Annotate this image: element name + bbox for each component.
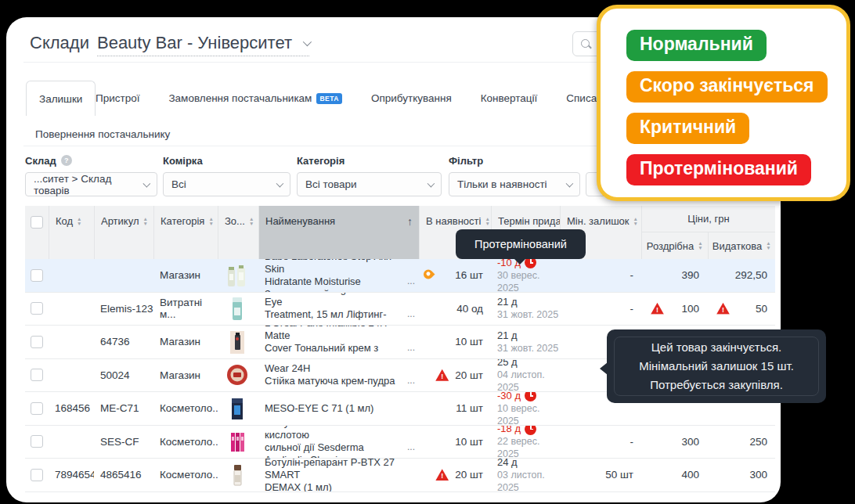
- product-name-line: Babe Laboratorios Stop Akn Skin: [265, 259, 408, 275]
- cell-sku: 4865416: [94, 459, 153, 491]
- retail-value: 400: [681, 469, 699, 481]
- product-name: Elemis Pro-Collagen Advanced EyeTreatmen…: [265, 293, 419, 326]
- row-checkbox[interactable]: [31, 336, 43, 348]
- cell-min: -: [560, 293, 641, 326]
- column-header-code[interactable]: Код▲▼: [49, 206, 94, 259]
- row-select-cell: [25, 259, 49, 292]
- table-row[interactable]: Elemis-123Витратні м...Elemis Pro-Collag…: [25, 293, 775, 326]
- column-label: Найменування: [265, 215, 335, 227]
- row-select-cell: [25, 326, 49, 358]
- filter-label: Фільтр: [449, 153, 580, 167]
- chevron-down-icon: [566, 179, 574, 187]
- product-name-line: MESO-EYE C 71 (1 мл): [265, 402, 373, 415]
- cell-code: 7894654: [49, 459, 94, 491]
- cell-code: [49, 259, 94, 292]
- cell-sku: Elemis-123: [94, 293, 153, 326]
- cell-category: Косметоло...: [153, 426, 218, 459]
- column-label: Код: [56, 215, 73, 227]
- row-checkbox[interactable]: [31, 435, 43, 448]
- column-header-expense[interactable]: Видаткова▲▼: [708, 232, 776, 259]
- retail-value: 100: [681, 303, 699, 315]
- row-checkbox[interactable]: [31, 402, 43, 415]
- filter-label-text: Фільтр: [449, 155, 483, 167]
- warehouse-selector[interactable]: Beauty Bar - Університет: [97, 33, 309, 56]
- tab-label: Залишки: [39, 93, 82, 105]
- term-value-row: -18 д: [497, 426, 560, 436]
- low-stock-warning-icon: !: [435, 469, 449, 481]
- row-checkbox[interactable]: [31, 269, 43, 282]
- product-name-line: Cover Тональний крем з матовим: [265, 342, 408, 358]
- product-name-line: Hidratante Moisturise Зволожуючий: [265, 275, 408, 292]
- product-name: L'Oreal Paris Infaillible 24H MatteCover…: [265, 326, 419, 358]
- term-date: 22 верес. 2025: [497, 435, 560, 458]
- term-value-row: -10 д: [497, 259, 560, 269]
- table-row[interactable]: 78946544865416Косметоло...Ботулін-репара…: [25, 459, 775, 492]
- row-checkbox[interactable]: [31, 302, 43, 315]
- product-name-line: L'Oreal Paris Infaillible 24H Matte: [265, 326, 408, 342]
- warehouse-selector-label: Beauty Bar - Університет: [97, 33, 292, 53]
- expired-clock-icon: [525, 259, 536, 268]
- cell-category: Косметоло...: [153, 459, 218, 491]
- term-date: 31 жовт. 2025: [497, 308, 558, 321]
- cell-image: [218, 326, 258, 358]
- cell-expense: 250: [707, 426, 775, 459]
- filter-label: Склад?: [25, 153, 157, 167]
- filter-фільтр: ФільтрТільки в наявності: [449, 153, 580, 196]
- term-date: 04 листоп. 2025: [497, 369, 560, 391]
- filter-select[interactable]: Всі товари: [297, 172, 442, 196]
- filter-select[interactable]: Тільки в наявності: [449, 172, 580, 196]
- tab-3[interactable]: Замовлення постачальникамBETA: [168, 92, 341, 104]
- term-value-row: 24 д: [497, 459, 560, 469]
- tab-row2-1[interactable]: Повернення постачальнику: [35, 128, 170, 140]
- filter-label-text: Комірка: [163, 155, 203, 167]
- restock-tooltip-line: Потребується закупівля.: [650, 376, 783, 394]
- product-name-line: Ампула з гліколевою кислотою: [265, 426, 408, 442]
- column-label: Ціни, грн: [687, 213, 729, 225]
- filter-select[interactable]: ...ситет > Склад товарів: [25, 172, 157, 196]
- product-name: Ампула з гліколевою кислотоюсильної дії …: [265, 426, 419, 459]
- status-legend-overlay: НормальнийСкоро закінчуєтьсяКритичнийПро…: [597, 5, 850, 201]
- tab-zalyshky[interactable]: Залишки: [26, 81, 96, 116]
- expired-tooltip-text: Протермінований: [474, 238, 567, 250]
- help-icon[interactable]: ?: [61, 155, 72, 166]
- cell-term: -18 д22 верес. 2025: [491, 426, 560, 459]
- filter-select[interactable]: Всі: [163, 172, 290, 196]
- sort-icon: ▲▼: [249, 217, 254, 226]
- cell-image: [218, 259, 258, 292]
- sort-asc-icon: ↑: [407, 215, 413, 228]
- tab-label: Пристрої: [96, 92, 139, 104]
- product-name-line: сильної дії Sesderma Acglicolic Classic: [265, 441, 408, 458]
- column-header-image[interactable]: Зо...▲▼: [218, 206, 258, 259]
- tab-label: Конвертації: [481, 92, 538, 104]
- cell-retail: !100: [641, 293, 707, 326]
- table-row[interactable]: МагазинBabe Laboratorios Stop Akn SkinHi…: [25, 259, 775, 293]
- cell-sku: SES-CF: [94, 426, 153, 459]
- tab-2[interactable]: Пристрої: [96, 92, 139, 104]
- cell-code: [49, 359, 94, 392]
- sort-icon: ▲▼: [208, 217, 213, 226]
- column-header-sku[interactable]: Артикул▲▼: [94, 206, 153, 259]
- column-header-category[interactable]: Категорія▲▼: [153, 206, 218, 259]
- select-all-checkbox[interactable]: [31, 216, 43, 229]
- prices-group-header: Ціни, грн: [642, 206, 775, 232]
- cell-min: -: [560, 259, 641, 292]
- column-header-retail[interactable]: Роздрібна▲▼: [642, 232, 708, 259]
- tab-5[interactable]: Конвертації: [481, 92, 538, 104]
- cell-retail: 390: [641, 259, 707, 292]
- filter-label: Комірка: [163, 153, 290, 167]
- retail-value: 390: [681, 269, 699, 281]
- product-name-line: Стійка матуюча крем-пудра для: [265, 375, 408, 391]
- table-row[interactable]: SES-CFКосметоло...Ампула з гліколевою ки…: [25, 426, 775, 459]
- legend-badge-4: Протермінований: [626, 154, 811, 185]
- select-all-cell: [25, 206, 49, 259]
- product-name: Ботулін-репарант P-BTX 27 SMARTDEMAX (1 …: [265, 459, 419, 491]
- row-checkbox[interactable]: [31, 469, 43, 481]
- filter-label: Категорія: [297, 153, 442, 167]
- filter-категорія: КатегоріяВсі товари: [297, 153, 442, 196]
- cell-expense: 292,50: [707, 259, 775, 292]
- cell-location-indicator: [424, 269, 433, 281]
- column-header-name[interactable]: Найменування ↑: [258, 206, 419, 259]
- truncation-ellipsis: ...: [407, 275, 415, 286]
- tab-4[interactable]: Оприбуткування: [371, 92, 452, 104]
- row-checkbox[interactable]: [31, 369, 43, 381]
